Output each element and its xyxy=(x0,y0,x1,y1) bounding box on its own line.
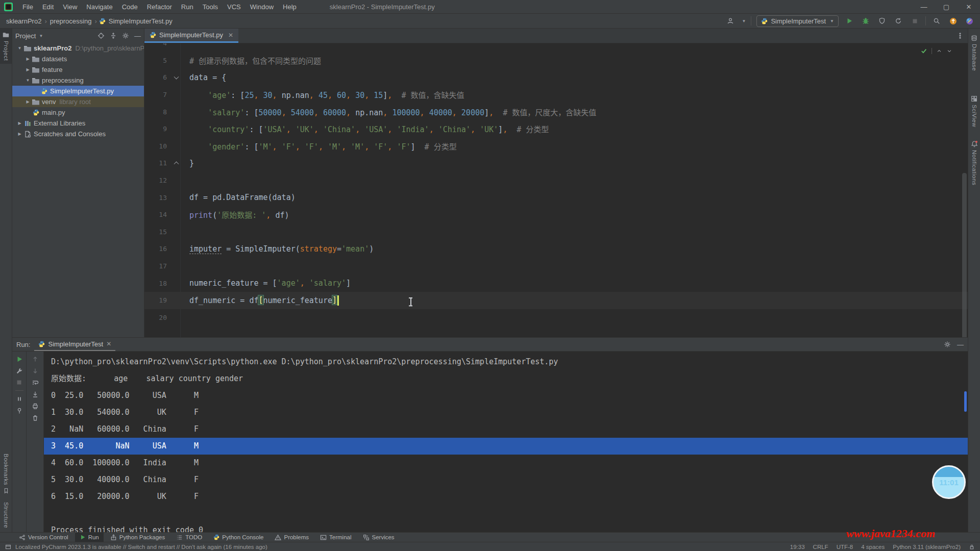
tree-chevron-icon[interactable]: ▼ xyxy=(24,78,31,83)
tree-chevron-icon[interactable]: ▶ xyxy=(24,99,31,104)
tool-stripe-database[interactable]: Database xyxy=(968,32,980,74)
run-console-output[interactable]: D:\python_pro\sklearnPro2\venv\Scripts\p… xyxy=(44,352,968,532)
coverage-button[interactable] xyxy=(876,15,888,27)
breadcrumb-item[interactable]: SimpleImputerTest.py xyxy=(108,16,174,26)
toolwindow-button-python-console[interactable]: Python Console xyxy=(209,533,268,542)
toolwindow-button-problems[interactable]: Problems xyxy=(270,533,313,542)
profiler-button[interactable] xyxy=(893,15,904,27)
console-scrollbar[interactable] xyxy=(964,391,967,412)
menu-window[interactable]: Window xyxy=(246,2,278,12)
status-item-python-3-11-sklearnpro2-[interactable]: Python 3.11 (sklearnPro2) xyxy=(893,544,961,550)
toolwindow-button-run[interactable]: Run xyxy=(75,533,104,542)
tool-stripe-bookmarks[interactable]: Bookmarks xyxy=(0,450,12,497)
tree-chevron-icon[interactable]: ▶ xyxy=(16,121,23,126)
run-button[interactable] xyxy=(844,15,855,27)
tool-stripe-structure[interactable]: Structure xyxy=(0,499,12,531)
search-everywhere-icon[interactable] xyxy=(931,15,942,27)
editor-tab-simpleimputertest[interactable]: SimpleImputerTest.py ✕ xyxy=(144,29,238,43)
toolwindow-button-version-control[interactable]: Version Control xyxy=(14,533,73,542)
code-line-8: 8 'salary': [50000, 54000, 60000, np.nan… xyxy=(144,103,968,120)
tree-item-label: sklearnPro2 xyxy=(34,44,71,52)
menu-navigate[interactable]: Navigate xyxy=(82,2,117,12)
toolwindow-button-todo[interactable]: TODO xyxy=(172,533,207,542)
lock-icon[interactable] xyxy=(969,544,975,550)
menu-view[interactable]: View xyxy=(58,2,82,12)
line-number: 20 xyxy=(144,314,174,321)
collapse-all-icon[interactable] xyxy=(110,32,117,39)
chevron-down-icon: ▼ xyxy=(830,19,834,23)
gear-icon[interactable] xyxy=(944,341,951,348)
maximize-button[interactable]: ▢ xyxy=(935,0,958,13)
menu-refactor[interactable]: Refactor xyxy=(142,2,177,12)
menu-file[interactable]: File xyxy=(18,2,38,12)
breadcrumb-item[interactable]: preprocessing xyxy=(49,16,93,26)
toolwindow-button-terminal[interactable]: Terminal xyxy=(315,533,356,542)
tree-item-feature[interactable]: ▶feature xyxy=(12,64,144,75)
tree-item-sklearnpro2[interactable]: ▼sklearnPro2D:\python_pro\sklearnPro2 xyxy=(12,43,144,54)
status-item-4-spaces[interactable]: 4 spaces xyxy=(861,544,885,550)
bookmark-icon xyxy=(3,488,9,494)
rerun-icon[interactable] xyxy=(16,356,23,363)
print-icon[interactable] xyxy=(32,403,39,410)
tool-stripe-notifications[interactable]: Notifications xyxy=(968,137,980,188)
code-area[interactable]: 45# 创建示例数据，包含不同类型的问题6data = {7 'age': [2… xyxy=(144,43,968,337)
menu-edit[interactable]: Edit xyxy=(38,2,58,12)
tree-item-simpleimputertest-py[interactable]: SimpleImputerTest.py xyxy=(12,86,144,96)
next-problem-icon[interactable] xyxy=(946,48,952,54)
menu-tools[interactable]: Tools xyxy=(198,2,223,12)
status-item-crlf[interactable]: CRLF xyxy=(813,544,828,550)
hide-panel-icon[interactable]: — xyxy=(134,32,141,40)
prev-problem-icon[interactable] xyxy=(936,48,942,54)
toolwindow-button-python-packages[interactable]: Python Packages xyxy=(106,533,170,542)
soft-wrap-icon[interactable] xyxy=(32,379,39,386)
debug-button[interactable] xyxy=(860,15,871,27)
tab-options-icon[interactable] xyxy=(957,32,964,39)
tool-stripe-sciview[interactable]: SciView xyxy=(968,92,980,130)
modify-run-config-icon[interactable] xyxy=(16,367,23,374)
update-available-icon[interactable] xyxy=(947,15,959,27)
locate-file-icon[interactable] xyxy=(97,32,105,39)
menu-code[interactable]: Code xyxy=(117,2,142,12)
gear-icon[interactable] xyxy=(122,32,129,39)
run-configuration-select[interactable]: SimpleImputerTest ▼ xyxy=(756,15,839,27)
scroll-to-end-icon[interactable] xyxy=(32,391,39,398)
minimize-button[interactable]: — xyxy=(913,0,935,13)
inspection-widget[interactable] xyxy=(920,47,952,55)
run-tab[interactable]: SimpleImputerTest ✕ xyxy=(34,338,115,351)
tool-stripe-project[interactable]: Project xyxy=(0,29,12,64)
project-panel-title[interactable]: Project xyxy=(15,32,36,40)
down-stacktrace-icon[interactable] xyxy=(32,367,39,374)
code-with-me-icon[interactable] xyxy=(725,15,736,27)
tree-item-datasets[interactable]: ▶datasets xyxy=(12,54,144,64)
hide-run-panel-icon[interactable]: — xyxy=(957,341,964,348)
editor-scrollbar[interactable] xyxy=(962,173,967,337)
pin-tab-icon[interactable] xyxy=(16,407,23,414)
pause-output-icon[interactable] xyxy=(16,395,23,403)
breadcrumb-item[interactable]: sklearnPro2 xyxy=(5,16,42,26)
tree-item-external-libraries[interactable]: ▶External Libraries xyxy=(12,118,144,129)
stop-button[interactable] xyxy=(909,15,920,27)
up-stacktrace-icon[interactable] xyxy=(32,356,39,363)
clear-console-icon[interactable] xyxy=(32,414,39,421)
editor[interactable]: SimpleImputerTest.py ✕ 45# 创建示例数据，包含不同类型… xyxy=(144,29,968,337)
toolwindow-button-services[interactable]: Services xyxy=(358,533,399,542)
status-item-utf-8[interactable]: UTF-8 xyxy=(837,544,853,550)
tree-item-venv[interactable]: ▶venvlibrary root xyxy=(12,96,144,107)
tree-item-preprocessing[interactable]: ▼preprocessing xyxy=(12,75,144,86)
tree-item-scratches-and-consoles[interactable]: ▶Scratches and Consoles xyxy=(12,129,144,139)
tree-chevron-icon[interactable]: ▶ xyxy=(16,132,23,136)
ide-settings-icon[interactable] xyxy=(964,15,975,27)
tree-chevron-icon[interactable]: ▼ xyxy=(16,46,23,51)
close-tab-icon[interactable]: ✕ xyxy=(228,32,233,39)
close-run-tab-icon[interactable]: ✕ xyxy=(106,340,111,347)
menu-run[interactable]: Run xyxy=(177,2,198,12)
stop-icon[interactable] xyxy=(16,379,22,386)
tree-chevron-icon[interactable]: ▶ xyxy=(24,67,31,72)
menu-vcs[interactable]: VCS xyxy=(223,2,246,12)
close-button[interactable]: ✕ xyxy=(958,0,980,13)
status-message[interactable]: Localized PyCharm 2023.1.3 is available … xyxy=(15,544,267,550)
status-item-19-33[interactable]: 19:33 xyxy=(790,544,805,550)
tree-chevron-icon[interactable]: ▶ xyxy=(24,57,31,61)
tree-item-main-py[interactable]: main.py xyxy=(12,107,144,118)
menu-help[interactable]: Help xyxy=(278,2,301,12)
